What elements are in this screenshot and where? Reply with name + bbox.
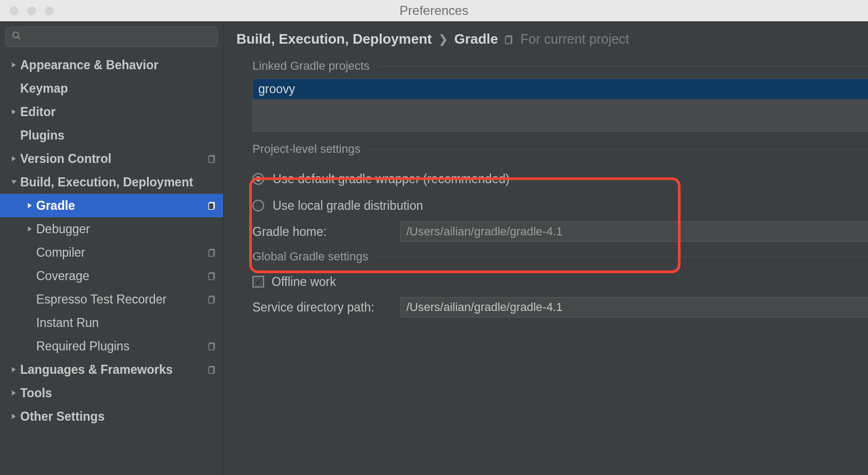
chevron-right-icon (7, 413, 20, 420)
chevron-right-icon (7, 390, 20, 396)
tree-item-debugger[interactable]: Debugger (0, 217, 223, 241)
chevron-right-icon (7, 155, 20, 162)
project-scope-icon (206, 272, 218, 280)
tree-item-editor[interactable]: Editor (0, 100, 223, 124)
svg-rect-13 (209, 250, 214, 256)
tree-item-label: Build, Execution, Deployment (20, 175, 206, 190)
svg-rect-19 (209, 343, 214, 350)
sidebar: Appearance & BehaviorKeymapEditorPlugins… (0, 21, 224, 475)
checkbox-icon: ✓ (252, 276, 264, 288)
tree-item-label: Instant Run (36, 316, 206, 330)
project-scope-icon (206, 248, 218, 257)
tree-item-label: Plugins (20, 128, 206, 143)
tree-item-label: Languages & Frameworks (20, 363, 206, 377)
tree-item-label: Other Settings (20, 410, 206, 424)
tree-item-required-plugins[interactable]: Required Plugins (0, 334, 223, 358)
tree-item-label: Debugger (36, 222, 206, 236)
tree-item-other-settings[interactable]: Other Settings (0, 405, 223, 428)
svg-point-0 (13, 32, 19, 38)
tree-item-compiler[interactable]: Compiler (0, 241, 223, 264)
svg-marker-24 (12, 414, 15, 419)
breadcrumb-scope: For current project (520, 31, 629, 47)
svg-marker-2 (12, 62, 15, 68)
radio-local-distribution[interactable]: Use local gradle distribution (252, 192, 868, 219)
tree-item-label: Gradle (36, 199, 206, 213)
svg-marker-11 (28, 226, 31, 232)
tree-item-label: Appearance & Behavior (20, 58, 206, 72)
tree-item-label: Version Control (20, 152, 206, 166)
tree-item-label: Editor (20, 105, 206, 119)
chevron-right-icon (23, 226, 36, 232)
divider (368, 149, 868, 150)
linked-project-item[interactable]: groovy (253, 79, 868, 99)
tree-item-keymap[interactable]: Keymap (0, 77, 223, 100)
settings-tree: Appearance & BehaviorKeymapEditorPlugins… (0, 50, 223, 428)
tree-item-gradle[interactable]: Gradle (0, 194, 223, 217)
tree-item-label: Tools (20, 386, 206, 400)
linked-projects-list[interactable]: groovy (252, 78, 868, 132)
tree-item-tools[interactable]: Tools (0, 381, 223, 405)
radio-label: Use local gradle distribution (273, 199, 423, 213)
divider (377, 66, 868, 67)
tree-item-espresso-test-recorder[interactable]: Espresso Test Recorder (0, 288, 223, 311)
tree-item-version-control[interactable]: Version Control (0, 147, 223, 170)
content-pane: Build, Execution, Deployment ❯ Gradle Fo… (224, 21, 868, 475)
svg-marker-8 (28, 203, 31, 208)
gradle-home-label: Gradle home: (252, 225, 390, 239)
service-directory-row: Service directory path: (252, 294, 868, 320)
breadcrumb: Build, Execution, Deployment ❯ Gradle Fo… (236, 31, 868, 47)
window-title: Preferences (399, 3, 468, 18)
project-scope-icon (206, 154, 218, 163)
svg-line-1 (18, 37, 20, 39)
chevron-down-icon (7, 179, 20, 185)
project-scope-icon (206, 342, 218, 350)
svg-marker-7 (11, 180, 17, 184)
divider (376, 257, 868, 257)
section-linked-gradle: Linked Gradle projects (252, 59, 868, 73)
project-scope-icon (206, 365, 218, 374)
chevron-right-icon: ❯ (438, 32, 448, 46)
svg-rect-15 (209, 273, 214, 280)
service-directory-input[interactable] (400, 297, 868, 317)
checkbox-label: Offline work (272, 275, 336, 289)
svg-rect-6 (209, 156, 214, 162)
section-title-text: Project-level settings (252, 142, 361, 156)
section-global-gradle: Global Gradle settings (252, 250, 868, 264)
tree-item-label: Coverage (36, 269, 206, 283)
tree-item-languages-frameworks[interactable]: Languages & Frameworks (0, 358, 223, 381)
chevron-right-icon (7, 62, 20, 68)
svg-marker-20 (12, 367, 15, 372)
tree-item-coverage[interactable]: Coverage (0, 264, 223, 288)
tree-item-instant-run[interactable]: Instant Run (0, 311, 223, 334)
window-controls (0, 6, 54, 15)
gradle-home-row: Gradle home: (252, 219, 868, 244)
project-scope-icon (504, 35, 514, 44)
minimize-window-button[interactable] (27, 6, 36, 15)
svg-marker-4 (12, 156, 15, 161)
svg-marker-23 (12, 390, 15, 396)
titlebar: Preferences (0, 0, 868, 21)
offline-work-checkbox[interactable]: ✓ Offline work (252, 269, 868, 294)
tree-item-plugins[interactable]: Plugins (0, 124, 223, 147)
radio-default-wrapper[interactable]: Use default gradle wrapper (recommended) (252, 166, 868, 192)
search-input[interactable] (5, 27, 218, 47)
close-window-button[interactable] (10, 6, 19, 15)
chevron-right-icon (23, 202, 36, 209)
radio-icon (252, 200, 264, 211)
tree-item-appearance-behavior[interactable]: Appearance & Behavior (0, 53, 223, 77)
service-directory-label: Service directory path: (252, 300, 390, 315)
svg-marker-3 (12, 109, 15, 114)
tree-item-label: Espresso Test Recorder (36, 292, 206, 307)
svg-rect-26 (506, 36, 512, 44)
chevron-right-icon (7, 366, 20, 373)
zoom-window-button[interactable] (45, 6, 54, 15)
tree-item-build-execution-deployment[interactable]: Build, Execution, Deployment (0, 170, 223, 194)
search-icon (12, 31, 21, 40)
radio-label: Use default gradle wrapper (recommended) (273, 172, 510, 186)
svg-rect-22 (209, 367, 214, 373)
section-title-text: Global Gradle settings (252, 250, 369, 264)
svg-rect-17 (209, 297, 214, 303)
tree-item-label: Required Plugins (36, 339, 206, 354)
radio-icon (252, 173, 264, 185)
gradle-home-input[interactable] (400, 222, 868, 242)
